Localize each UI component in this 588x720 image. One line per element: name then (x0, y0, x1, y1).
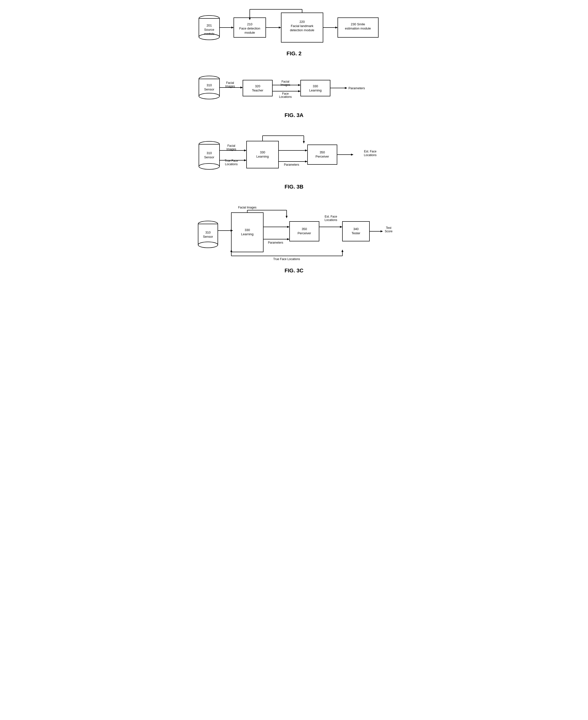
svg-marker-130 (230, 250, 232, 252)
svg-text:Locations: Locations (225, 163, 237, 166)
svg-text:Facial: Facial (281, 80, 289, 83)
svg-text:330: 330 (245, 228, 250, 232)
svg-rect-16 (281, 13, 323, 42)
svg-marker-80 (305, 149, 308, 151)
svg-text:Images: Images (225, 85, 235, 88)
svg-marker-71 (244, 159, 247, 161)
svg-marker-23 (249, 18, 251, 20)
svg-text:Sensor: Sensor (204, 87, 214, 91)
svg-text:Test: Test (386, 226, 392, 230)
svg-text:310: 310 (207, 151, 212, 155)
svg-marker-44 (298, 84, 301, 86)
svg-marker-88 (351, 154, 354, 155)
svg-text:Images: Images (280, 83, 290, 86)
svg-marker-131 (341, 250, 343, 252)
svg-rect-51 (301, 80, 330, 96)
svg-text:Est. Face: Est. Face (325, 215, 337, 218)
svg-text:Learning: Learning (309, 88, 322, 92)
fig3b-diagram: 310 Sensor Facial Images True Face Locat… (193, 131, 395, 180)
svg-text:Locations: Locations (324, 218, 337, 222)
svg-rect-98 (231, 213, 263, 252)
svg-rect-10 (234, 18, 266, 37)
svg-text:310: 310 (207, 83, 212, 87)
fig3a-title: FIG. 3A (193, 112, 395, 119)
svg-marker-9 (231, 26, 234, 28)
svg-rect-40 (243, 80, 272, 96)
svg-text:Learning: Learning (241, 232, 254, 236)
svg-text:201: 201 (207, 24, 212, 27)
svg-rect-92 (198, 224, 218, 245)
fig3c-diagram: 310 Sensor 330 Learning Facial Images Pa… (193, 202, 395, 264)
svg-rect-84 (308, 145, 337, 165)
svg-rect-1 (199, 18, 219, 37)
svg-text:Images: Images (226, 148, 236, 151)
figure-2-section: 201 Source module 210 Face detection mod… (193, 7, 395, 57)
svg-marker-124 (380, 230, 383, 232)
svg-rect-120 (342, 221, 370, 241)
svg-text:Sensor: Sensor (203, 235, 213, 238)
svg-text:350: 350 (319, 150, 325, 154)
svg-rect-58 (199, 144, 219, 166)
svg-text:330: 330 (313, 84, 318, 88)
svg-text:Sensor: Sensor (204, 155, 214, 159)
svg-text:Face detection: Face detection (239, 26, 260, 30)
svg-text:estimation module: estimation module (345, 26, 371, 30)
svg-point-93 (198, 242, 218, 248)
svg-rect-72 (247, 141, 278, 168)
svg-text:Facial: Facial (226, 81, 234, 85)
svg-marker-15 (279, 26, 281, 28)
svg-text:Locations: Locations (279, 95, 292, 99)
svg-text:230 Smile: 230 Smile (351, 22, 365, 26)
svg-marker-119 (340, 226, 342, 228)
fig3a-diagram: 310 Sensor Facial Images 320 Teacher Fac… (193, 69, 395, 108)
svg-text:330: 330 (260, 150, 265, 154)
svg-text:Parameters: Parameters (268, 241, 283, 244)
svg-text:Facial: Facial (227, 144, 235, 148)
svg-marker-48 (298, 90, 301, 92)
svg-text:350: 350 (301, 227, 307, 231)
svg-point-59 (199, 164, 219, 169)
svg-point-57 (199, 141, 219, 147)
svg-text:310: 310 (205, 231, 211, 234)
svg-marker-78 (303, 141, 305, 144)
svg-text:220: 220 (299, 20, 305, 24)
fig2-title: FIG. 2 (193, 50, 395, 57)
figure-3a-section: 310 Sensor Facial Images 320 Teacher Fac… (193, 69, 395, 119)
svg-text:Est. Face: Est. Face (364, 150, 377, 153)
svg-text:Locations: Locations (364, 153, 376, 157)
svg-text:Learning: Learning (256, 155, 269, 158)
svg-text:module: module (245, 31, 255, 35)
svg-text:True Face: True Face (225, 159, 238, 163)
svg-text:320: 320 (255, 84, 260, 88)
svg-text:Teacher: Teacher (252, 88, 264, 92)
svg-marker-111 (287, 238, 290, 240)
svg-text:Parameters: Parameters (348, 86, 365, 90)
svg-text:Perceiver: Perceiver (316, 155, 330, 158)
svg-marker-55 (345, 87, 347, 89)
svg-text:Tester: Tester (352, 231, 360, 235)
svg-rect-113 (290, 221, 319, 241)
svg-point-91 (198, 221, 218, 227)
svg-text:True Face Locations: True Face Locations (273, 257, 300, 261)
svg-marker-109 (287, 226, 290, 228)
svg-rect-26 (338, 18, 378, 37)
svg-text:Facial landmark: Facial landmark (291, 24, 313, 28)
svg-marker-37 (240, 86, 243, 88)
fig3b-title: FIG. 3B (193, 184, 395, 190)
svg-point-31 (199, 93, 219, 99)
svg-text:340: 340 (353, 227, 359, 231)
svg-text:module: module (204, 32, 215, 36)
svg-text:detection module: detection module (290, 28, 314, 32)
svg-point-2 (199, 34, 219, 40)
svg-point-0 (199, 16, 219, 21)
svg-point-29 (199, 76, 219, 82)
svg-marker-67 (244, 149, 247, 151)
svg-rect-30 (199, 79, 219, 96)
svg-text:Facial Images: Facial Images (238, 206, 257, 209)
svg-text:Source: Source (204, 28, 214, 31)
svg-marker-105 (286, 216, 288, 218)
figure-3c-section: 310 Sensor 330 Learning Facial Images Pa… (193, 202, 395, 274)
svg-text:Face: Face (282, 92, 289, 96)
svg-marker-25 (335, 26, 338, 28)
figure-3b-section: 310 Sensor Facial Images True Face Locat… (193, 131, 395, 190)
